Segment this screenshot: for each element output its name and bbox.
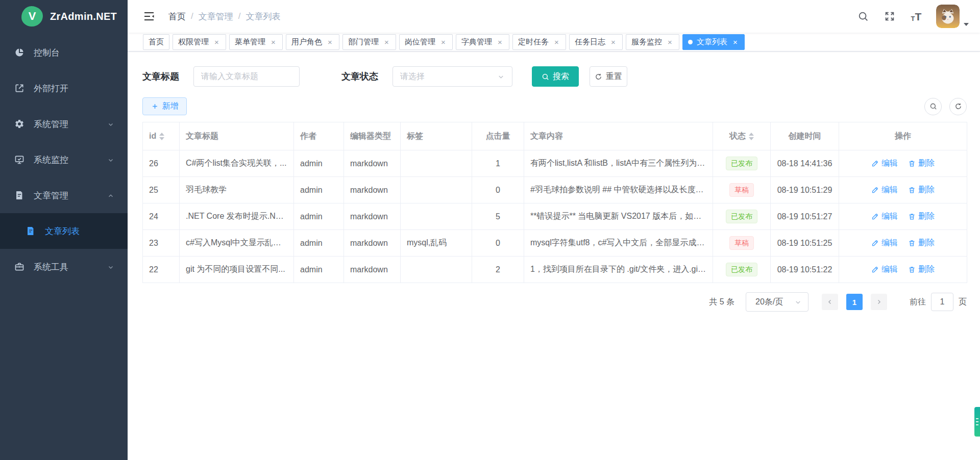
delete-article-link[interactable]: 删除 xyxy=(908,158,935,169)
page-size-value: 20条/页 xyxy=(755,297,783,308)
close-icon[interactable]: × xyxy=(553,38,560,46)
delete-article-link[interactable]: 删除 xyxy=(908,264,935,275)
delete-article-link[interactable]: 删除 xyxy=(908,238,935,248)
close-icon[interactable]: × xyxy=(383,38,390,46)
sidebar-item[interactable]: 系统工具 xyxy=(0,249,128,285)
chevron-down-icon xyxy=(107,263,114,270)
close-icon[interactable]: × xyxy=(326,38,334,46)
edit-label: 编辑 xyxy=(881,185,898,195)
toggle-search-button[interactable] xyxy=(924,98,942,115)
edit-article-link[interactable]: 编辑 xyxy=(871,211,898,222)
sidebar-item[interactable]: 控制台 xyxy=(0,35,128,70)
tab-label: 任务日志 xyxy=(575,37,605,47)
tab-用户角色[interactable]: 用户角色× xyxy=(286,34,339,50)
next-page-button[interactable] xyxy=(871,294,887,310)
prev-page-button[interactable] xyxy=(822,294,838,310)
edit-article-link[interactable]: 编辑 xyxy=(871,185,898,195)
cell-created: 08-19 10:51:29 xyxy=(771,177,839,203)
cell-status: 草稿 xyxy=(713,177,771,203)
close-icon[interactable]: × xyxy=(213,38,220,46)
close-icon[interactable]: × xyxy=(731,38,739,46)
search-button[interactable]: 搜索 xyxy=(532,66,579,87)
breadcrumb-item[interactable]: 首页 xyxy=(168,11,186,22)
close-icon[interactable]: × xyxy=(270,38,277,46)
tab-label: 权限管理 xyxy=(178,37,209,47)
sidebar-item[interactable]: 系统监控 xyxy=(0,142,128,177)
article-title-input[interactable] xyxy=(193,66,300,87)
document-icon xyxy=(14,190,24,200)
search-button-label: 搜索 xyxy=(553,71,569,82)
reset-button[interactable]: 重置 xyxy=(590,66,627,87)
header-search-button[interactable] xyxy=(856,10,870,23)
fullscreen-button[interactable] xyxy=(883,10,896,23)
add-article-button[interactable]: 新增 xyxy=(142,97,187,115)
cell-clicks: 1 xyxy=(472,150,524,177)
tab-定时任务[interactable]: 定时任务× xyxy=(512,34,566,50)
column-header-label: 状态 xyxy=(729,132,746,140)
app-title: ZrAdmin.NET xyxy=(50,11,117,22)
edit-article-link[interactable]: 编辑 xyxy=(871,238,898,248)
page-number-button[interactable]: 1 xyxy=(846,294,863,310)
delete-label: 删除 xyxy=(918,185,935,195)
table-row: 26C#两个list集合实现关联，...adminmarkdown1有两个lis… xyxy=(143,150,967,177)
sidebar-subitem-label: 文章列表 xyxy=(45,225,114,237)
sidebar-item[interactable]: 文章管理 xyxy=(0,177,128,213)
fullscreen-icon xyxy=(884,11,895,22)
tab-字典管理[interactable]: 字典管理× xyxy=(456,34,509,50)
tab-任务日志[interactable]: 任务日志× xyxy=(569,34,623,50)
goto-page-input[interactable] xyxy=(931,293,953,311)
side-panel-handle[interactable] xyxy=(974,407,980,437)
edit-article-link[interactable]: 编辑 xyxy=(871,158,898,169)
breadcrumb-separator: / xyxy=(238,11,241,21)
page-size-select[interactable]: 20条/页 xyxy=(746,292,808,312)
delete-label: 删除 xyxy=(918,211,935,222)
cell-title: C#两个list集合实现关联，... xyxy=(180,150,294,177)
cell-id: 24 xyxy=(143,203,180,230)
app-logo[interactable]: V ZrAdmin.NET xyxy=(0,0,128,33)
close-icon[interactable]: × xyxy=(439,38,447,46)
cell-actions: 编辑删除 xyxy=(839,203,967,230)
tab-部门管理[interactable]: 部门管理× xyxy=(342,34,396,50)
page-suffix-label: 页 xyxy=(959,297,967,308)
edit-label: 编辑 xyxy=(881,264,898,275)
breadcrumb-item[interactable]: 文章管理 xyxy=(199,11,233,22)
column-header-label: 标签 xyxy=(407,132,423,140)
close-icon[interactable]: × xyxy=(609,38,617,46)
table-row: 24.NET Core 发布时提示.NET...adminmarkdown5**… xyxy=(143,203,967,230)
active-tab-dot xyxy=(688,40,693,44)
tab-服务监控[interactable]: 服务监控× xyxy=(626,34,679,50)
article-status-select[interactable]: 请选择 xyxy=(393,66,512,87)
column-header-label: 创建时间 xyxy=(789,132,821,140)
collapse-sidebar-button[interactable] xyxy=(143,10,156,23)
tab-菜单管理[interactable]: 菜单管理× xyxy=(229,34,283,50)
delete-article-link[interactable]: 删除 xyxy=(908,211,935,222)
tab-label: 文章列表 xyxy=(697,37,727,47)
column-header-label: 文章内容 xyxy=(530,132,563,140)
table-toolbar: 新增 xyxy=(142,97,967,115)
cell-id: 22 xyxy=(143,257,180,283)
tab-权限管理[interactable]: 权限管理× xyxy=(173,34,226,50)
sort-icon[interactable] xyxy=(749,133,754,140)
delete-article-link[interactable]: 删除 xyxy=(908,185,935,195)
close-icon[interactable]: × xyxy=(496,38,504,46)
sidebar-subitem[interactable]: 文章列表 xyxy=(0,213,128,249)
tab-文章列表[interactable]: 文章列表× xyxy=(682,34,745,50)
search-icon xyxy=(929,103,937,110)
refresh-table-button[interactable] xyxy=(949,98,967,115)
cell-author: admin xyxy=(294,230,344,257)
font-size-button[interactable]: TT xyxy=(910,10,923,23)
app-root: V ZrAdmin.NET 控制台外部打开系统管理系统监控文章管理文章列表系统工… xyxy=(0,0,980,460)
user-menu[interactable] xyxy=(936,5,969,28)
tab-岗位管理[interactable]: 岗位管理× xyxy=(399,34,453,50)
sidebar-item-label: 系统工具 xyxy=(34,261,107,273)
edit-article-link[interactable]: 编辑 xyxy=(871,264,898,275)
sidebar-item[interactable]: 外部打开 xyxy=(0,70,128,106)
sort-icon[interactable] xyxy=(159,133,164,140)
sidebar-item[interactable]: 系统管理 xyxy=(0,106,128,142)
close-icon[interactable]: × xyxy=(666,38,674,46)
cell-content: 有两个list,listA 和listB，listA中有三个属性列为St... xyxy=(524,150,713,177)
chevron-right-icon xyxy=(875,298,883,305)
sidebar-item-label: 外部打开 xyxy=(34,83,114,94)
column-header-id: id xyxy=(143,122,180,150)
tab-首页[interactable]: 首页 xyxy=(143,34,169,50)
